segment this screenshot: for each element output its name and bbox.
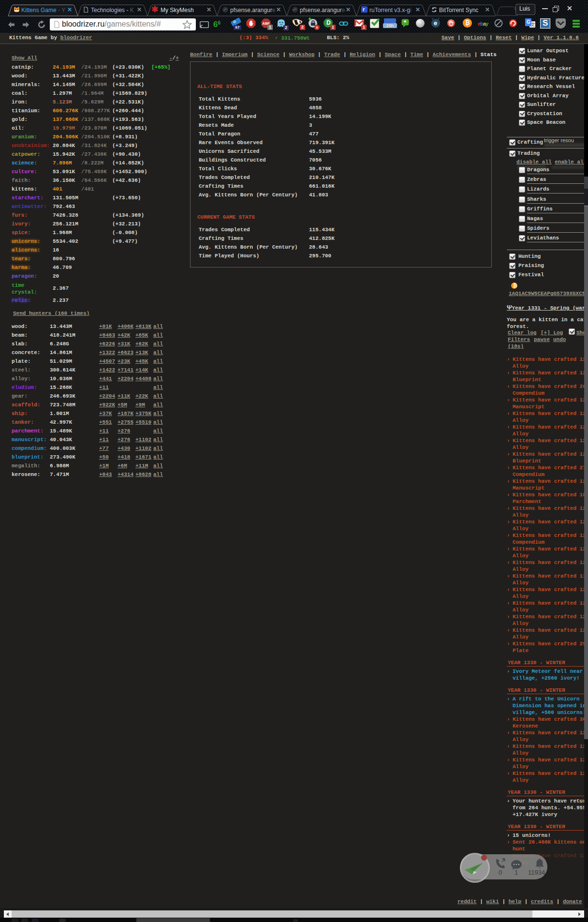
svg-text:❞: ❞	[404, 20, 406, 25]
